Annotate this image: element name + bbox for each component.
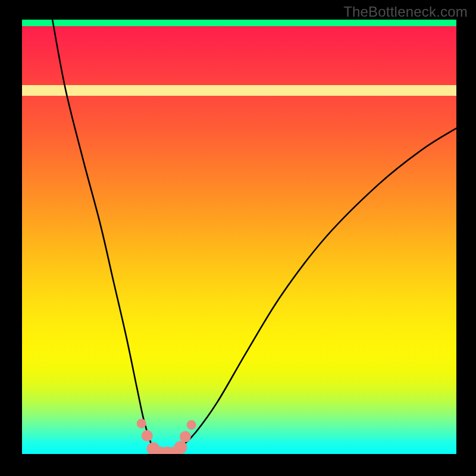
curve-marker	[180, 431, 191, 442]
plot-area	[22, 20, 456, 454]
curve-marker	[174, 441, 187, 454]
bottleneck-curve	[52, 20, 456, 454]
curve-marker	[187, 420, 196, 430]
curve-marker	[142, 430, 153, 441]
chart-frame: TheBottleneck.com	[0, 0, 476, 476]
watermark-text: TheBottleneck.com	[343, 4, 468, 20]
curve-markers	[137, 419, 196, 454]
chart-svg	[22, 20, 456, 454]
curve-marker	[137, 419, 146, 428]
